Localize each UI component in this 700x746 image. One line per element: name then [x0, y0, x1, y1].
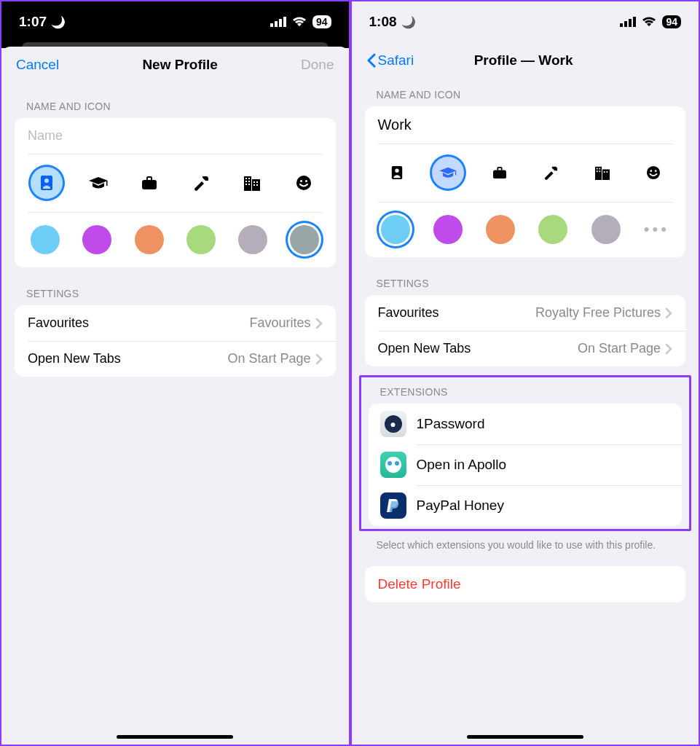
back-button[interactable]: Safari — [366, 52, 414, 68]
cellular-icon — [270, 17, 286, 27]
row-label: Favourites — [28, 315, 89, 331]
icon-briefcase[interactable] — [133, 167, 165, 199]
home-indicator[interactable] — [467, 735, 583, 739]
svg-rect-3 — [283, 17, 286, 27]
svg-point-39 — [647, 166, 660, 179]
app-icon-paypal — [380, 492, 406, 519]
icon-smiley[interactable] — [288, 167, 320, 199]
chevron-right-icon — [665, 343, 672, 355]
modal-sheet: Cancel New Profile Done NAME AND ICON — [1, 47, 349, 745]
color-sky[interactable] — [381, 215, 410, 244]
svg-rect-26 — [633, 17, 636, 27]
app-icon-1password: ● — [380, 411, 406, 437]
svg-rect-16 — [253, 181, 255, 183]
svg-point-22 — [305, 180, 307, 182]
extensions-highlight: EXTENSIONS ● 1Password Open in Apollo Pa… — [359, 375, 692, 531]
row-label: Favourites — [378, 305, 439, 321]
svg-rect-15 — [248, 184, 250, 185]
color-sky[interactable] — [31, 225, 60, 254]
color-gray[interactable] — [238, 225, 267, 254]
color-green[interactable] — [538, 215, 567, 244]
favourites-row[interactable]: Favourites Royalty Free Pictures — [365, 295, 686, 331]
back-label: Safari — [378, 52, 414, 68]
chevron-right-icon — [665, 307, 672, 319]
icon-picker-row — [15, 154, 336, 212]
delete-card: Delete Profile — [365, 566, 686, 602]
cellular-icon — [620, 17, 636, 27]
svg-rect-7 — [142, 180, 157, 189]
icon-smiley[interactable] — [637, 157, 669, 189]
more-colors-button[interactable]: ••• — [644, 220, 669, 239]
svg-point-40 — [650, 170, 652, 172]
nav-bar: Cancel New Profile Done — [1, 47, 349, 80]
color-orange[interactable] — [486, 215, 515, 244]
svg-rect-14 — [245, 184, 247, 185]
icon-building[interactable] — [586, 157, 618, 189]
profile-name-value: Work — [378, 117, 412, 133]
color-gray[interactable] — [591, 215, 621, 244]
profile-name-field[interactable] — [15, 118, 336, 154]
profile-name-input[interactable] — [28, 128, 323, 144]
icon-briefcase[interactable] — [484, 157, 516, 189]
row-label: Open New Tabs — [378, 341, 471, 356]
svg-rect-32 — [602, 169, 610, 180]
settings-card: Favourites Favourites Open New Tabs On S… — [15, 305, 336, 377]
svg-rect-31 — [595, 167, 602, 180]
icon-hammer[interactable] — [185, 167, 217, 199]
delete-profile-button[interactable]: Delete Profile — [365, 566, 686, 602]
row-label: Open New Tabs — [28, 351, 121, 366]
status-time: 1:08 — [369, 14, 397, 30]
extension-label: 1Password — [417, 416, 485, 432]
extensions-footnote: Select which extensions you would like t… — [352, 531, 699, 553]
extension-1password[interactable]: ● 1Password — [369, 404, 683, 444]
svg-rect-29 — [455, 170, 456, 175]
wifi-icon — [292, 17, 307, 27]
color-slate[interactable] — [290, 225, 319, 254]
icon-badge-id[interactable] — [381, 157, 413, 189]
open-new-tabs-row[interactable]: Open New Tabs On Start Page — [365, 331, 686, 366]
svg-rect-36 — [599, 170, 600, 172]
svg-rect-6 — [106, 181, 108, 186]
svg-rect-37 — [603, 171, 605, 173]
color-orange[interactable] — [135, 225, 164, 254]
svg-rect-24 — [624, 21, 627, 27]
name-icon-card: Work — [365, 106, 686, 257]
done-button[interactable]: Done — [301, 57, 334, 73]
extension-open-in-apollo[interactable]: Open in Apollo — [369, 444, 683, 485]
row-value: Favourites — [249, 315, 310, 331]
delete-label: Delete Profile — [378, 576, 461, 592]
profile-name-field[interactable]: Work — [365, 106, 686, 144]
extensions-card: ● 1Password Open in Apollo PayPal Honey — [369, 404, 683, 526]
color-green[interactable] — [186, 225, 216, 254]
svg-rect-9 — [252, 179, 260, 191]
color-purple[interactable] — [433, 215, 463, 244]
icon-graduation[interactable] — [432, 157, 464, 189]
svg-rect-34 — [599, 168, 600, 170]
favourites-row[interactable]: Favourites Favourites — [15, 305, 336, 341]
icon-building[interactable] — [236, 167, 268, 199]
extension-paypal-honey[interactable]: PayPal Honey — [369, 485, 683, 526]
settings-card: Favourites Royalty Free Pictures Open Ne… — [365, 295, 686, 366]
icon-badge-id[interactable] — [31, 167, 63, 199]
svg-point-20 — [296, 176, 311, 190]
section-header-settings: SETTINGS — [352, 257, 699, 295]
color-purple[interactable] — [82, 225, 111, 254]
status-time: 1:07 — [19, 14, 47, 30]
icon-graduation[interactable] — [82, 167, 114, 199]
open-new-tabs-row[interactable]: Open New Tabs On Start Page — [15, 341, 336, 377]
icon-hammer[interactable] — [535, 157, 567, 189]
svg-rect-33 — [596, 168, 597, 170]
home-indicator[interactable] — [117, 735, 233, 739]
svg-rect-23 — [620, 23, 623, 27]
svg-rect-25 — [629, 19, 632, 27]
nav-title: Profile — Work — [474, 52, 573, 68]
battery-indicator: 94 — [662, 15, 681, 28]
cancel-button[interactable]: Cancel — [16, 57, 59, 73]
icon-picker-row — [365, 144, 686, 202]
section-header-name-icon: NAME AND ICON — [352, 76, 699, 106]
color-picker-row — [15, 212, 336, 267]
svg-rect-35 — [596, 170, 597, 172]
status-bar: 1:08 94 — [352, 1, 699, 42]
svg-rect-38 — [606, 171, 607, 173]
status-bar: 1:07 94 — [1, 1, 349, 42]
